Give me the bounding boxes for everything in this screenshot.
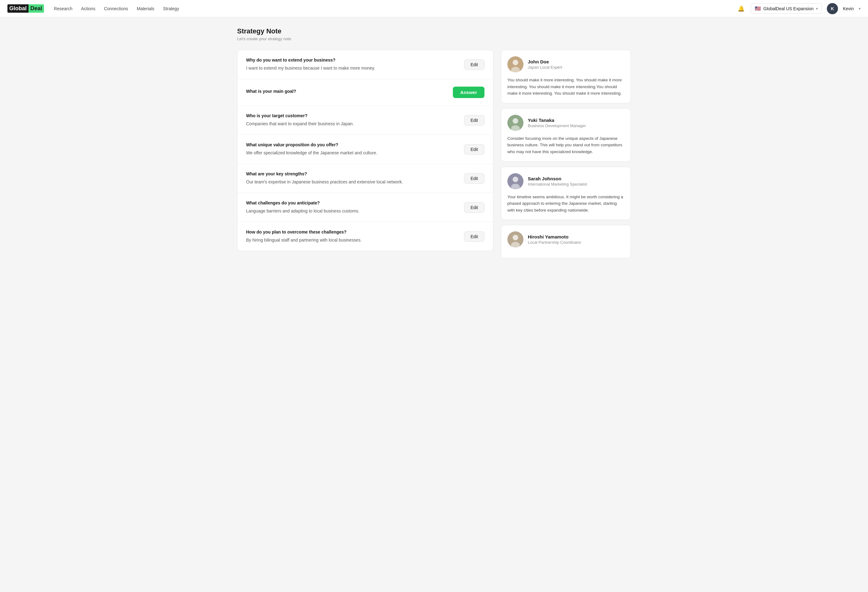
question-label-q6: What challenges do you anticipate? — [246, 200, 459, 205]
question-content-q5: What are your key strengths?Our team's e… — [246, 171, 459, 185]
advisor-name-a4: Hiroshi Yamamoto — [528, 234, 582, 239]
user-name[interactable]: Kevin — [843, 6, 854, 11]
question-label-q5: What are your key strengths? — [246, 171, 459, 176]
question-label-q1: Why do you want to extend your business? — [246, 57, 459, 62]
question-edit-button-q5[interactable]: Edit — [464, 173, 484, 184]
svg-point-4 — [513, 118, 518, 124]
question-item-q5: What are your key strengths?Our team's e… — [238, 164, 493, 193]
nav-link-strategy[interactable]: Strategy — [163, 6, 179, 11]
question-content-q4: What unique value proposition do you off… — [246, 142, 459, 156]
page: Strategy Note Let's create your strategy… — [230, 17, 638, 268]
advisor-comment-a2: Consider focusing more on the unique asp… — [507, 135, 624, 155]
question-edit-button-q3[interactable]: Edit — [464, 115, 484, 125]
workspace-flag: 🇺🇸 — [755, 6, 761, 12]
advisor-name-a3: Sarah Johnson — [528, 176, 587, 181]
advisor-info-a3: Sarah JohnsonInternational Marketing Spe… — [528, 176, 587, 187]
advisor-info-a1: John DoeJapan Local Expert — [528, 59, 562, 69]
notification-bell-button[interactable]: 🔔 — [737, 4, 746, 13]
page-subtitle: Let's create your strategy note — [237, 37, 631, 41]
advisor-card-a4: Hiroshi YamamotoLocal Partnership Coordi… — [501, 225, 631, 258]
question-answer-q5: Our team's expertise in Japanese busines… — [246, 179, 459, 185]
nav-link-materials[interactable]: Materials — [137, 6, 155, 11]
workspace-chevron-icon: ▾ — [816, 6, 818, 11]
advisor-header-a4: Hiroshi YamamotoLocal Partnership Coordi… — [507, 231, 624, 247]
advisor-role-a3: International Marketing Specialist — [528, 182, 587, 187]
logo-global: Global — [7, 4, 28, 13]
questions-panel: Why do you want to extend your business?… — [237, 50, 493, 251]
user-avatar[interactable]: K — [827, 3, 838, 14]
question-answer-q6: Language barriers and adapting to local … — [246, 208, 459, 214]
question-answer-q4: We offer specialized knowledge of the Ja… — [246, 150, 459, 156]
svg-point-1 — [513, 60, 518, 65]
advisor-info-a4: Hiroshi YamamotoLocal Partnership Coordi… — [528, 234, 582, 244]
advisor-avatar-a1 — [507, 56, 524, 72]
navbar: GlobalDeal ResearchActionsConnectionsMat… — [0, 0, 868, 17]
nav-right: 🔔 🇺🇸 GlobalDeal US Expansion ▾ K Kevin ▾ — [737, 3, 861, 14]
advisor-card-a2: Yuki TanakaBusiness Development ManagerC… — [501, 108, 631, 162]
svg-point-10 — [513, 235, 518, 240]
question-item-q2: What is your main goal?Answer — [238, 79, 493, 106]
svg-point-7 — [513, 177, 518, 182]
advisor-avatar-a3 — [507, 173, 524, 189]
workspace-selector[interactable]: 🇺🇸 GlobalDeal US Expansion ▾ — [751, 3, 822, 13]
question-item-q7: How do you plan to overcome these challe… — [238, 222, 493, 251]
question-edit-button-q4[interactable]: Edit — [464, 144, 484, 155]
advisor-card-a3: Sarah JohnsonInternational Marketing Spe… — [501, 167, 631, 220]
advisor-header-a2: Yuki TanakaBusiness Development Manager — [507, 115, 624, 131]
advisor-info-a2: Yuki TanakaBusiness Development Manager — [528, 118, 586, 128]
advisor-comment-a3: Your timeline seems ambitious. It might … — [507, 194, 624, 214]
question-answer-q1: I want to extend my business because I w… — [246, 65, 459, 71]
workspace-name: GlobalDeal US Expansion — [763, 6, 813, 11]
question-item-q3: Who is your target customer?Companies th… — [238, 106, 493, 135]
advisor-card-a1: John DoeJapan Local ExpertYou should mak… — [501, 50, 631, 103]
nav-link-connections[interactable]: Connections — [104, 6, 128, 11]
question-label-q3: Who is your target customer? — [246, 113, 459, 118]
question-edit-button-q6[interactable]: Edit — [464, 202, 484, 213]
advisor-role-a4: Local Partnership Coordinator — [528, 240, 582, 244]
advisor-header-a1: John DoeJapan Local Expert — [507, 56, 624, 72]
advisor-role-a2: Business Development Manager — [528, 124, 586, 128]
question-content-q1: Why do you want to extend your business?… — [246, 57, 459, 71]
logo-deal: Deal — [28, 4, 44, 13]
advisor-name-a2: Yuki Tanaka — [528, 118, 586, 123]
question-label-q7: How do you plan to overcome these challe… — [246, 230, 459, 234]
advisor-avatar-a2 — [507, 115, 524, 131]
question-answer-q3: Companies that want to expand their busi… — [246, 121, 459, 127]
question-content-q2: What is your main goal? — [246, 89, 448, 96]
question-item-q6: What challenges do you anticipate?Langua… — [238, 193, 493, 222]
advisor-name-a1: John Doe — [528, 59, 562, 64]
question-answer-q7: By hiring bilingual staff and partnering… — [246, 237, 459, 243]
question-label-q2: What is your main goal? — [246, 89, 448, 94]
question-label-q4: What unique value proposition do you off… — [246, 142, 459, 147]
advisor-avatar-a4 — [507, 231, 524, 247]
advisor-role-a1: Japan Local Expert — [528, 65, 562, 69]
nav-link-research[interactable]: Research — [54, 6, 72, 11]
logo[interactable]: GlobalDeal — [7, 4, 44, 13]
question-content-q3: Who is your target customer?Companies th… — [246, 113, 459, 127]
nav-links: ResearchActionsConnectionsMaterialsStrat… — [54, 6, 726, 11]
question-item-q4: What unique value proposition do you off… — [238, 135, 493, 164]
question-content-q7: How do you plan to overcome these challe… — [246, 230, 459, 243]
advisors-panel: John DoeJapan Local ExpertYou should mak… — [501, 50, 631, 258]
nav-link-actions[interactable]: Actions — [81, 6, 95, 11]
content-layout: Why do you want to extend your business?… — [237, 50, 631, 258]
question-answer-button-q2[interactable]: Answer — [453, 87, 484, 98]
question-edit-button-q1[interactable]: Edit — [464, 59, 484, 70]
advisor-header-a3: Sarah JohnsonInternational Marketing Spe… — [507, 173, 624, 189]
question-item-q1: Why do you want to extend your business?… — [238, 50, 493, 79]
page-title: Strategy Note — [237, 27, 631, 35]
question-edit-button-q7[interactable]: Edit — [464, 231, 484, 242]
advisor-comment-a1: You should make it more interesting. You… — [507, 77, 624, 97]
question-content-q6: What challenges do you anticipate?Langua… — [246, 200, 459, 214]
page-header: Strategy Note Let's create your strategy… — [237, 27, 631, 41]
user-chevron-icon[interactable]: ▾ — [859, 6, 861, 11]
